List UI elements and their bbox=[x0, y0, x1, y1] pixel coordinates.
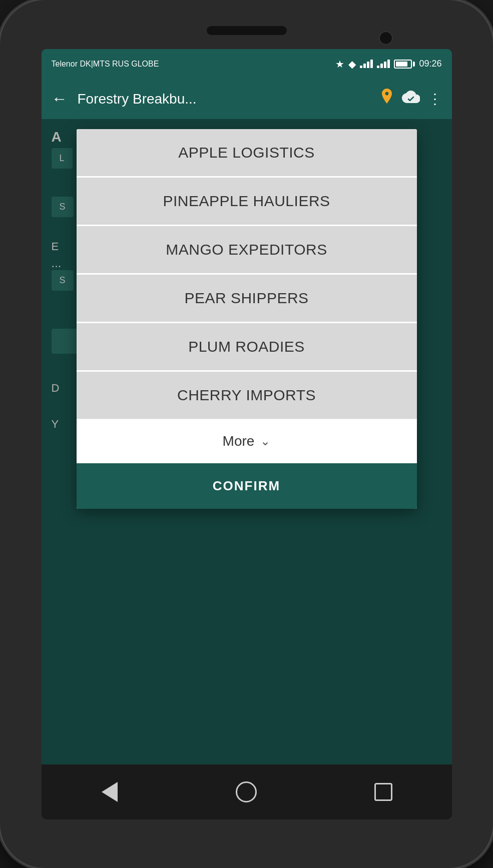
signal-icon-1 bbox=[360, 60, 373, 68]
back-triangle-icon bbox=[102, 782, 118, 802]
more-options-icon[interactable]: ⋮ bbox=[428, 91, 442, 107]
carrier-text: Telenor DK|MTS RUS GLOBE bbox=[52, 59, 159, 69]
navigation-bar bbox=[42, 764, 452, 819]
top-app-bar: ← Forestry Breakbu... ⋮ bbox=[42, 79, 452, 119]
bluetooth-icon: ★ bbox=[335, 58, 344, 70]
option-cherry-imports[interactable]: CHERRY IMPORTS bbox=[77, 372, 417, 419]
location-icon[interactable] bbox=[380, 89, 394, 109]
recents-square-icon bbox=[374, 783, 392, 801]
more-label: More bbox=[223, 433, 255, 449]
nav-recents-button[interactable] bbox=[363, 772, 403, 812]
option-apple-logistics[interactable]: APPLE LOGISTICS bbox=[77, 129, 417, 178]
phone-screen: Telenor DK|MTS RUS GLOBE ★ ◆ bbox=[42, 49, 452, 819]
selection-dialog: APPLE LOGISTICS PINEAPPLE HAULIERS MANGO… bbox=[77, 129, 417, 509]
option-plum-roadies[interactable]: PLUM ROADIES bbox=[77, 323, 417, 372]
cloud-sync-icon[interactable] bbox=[402, 90, 420, 108]
status-icons: ★ ◆ bbox=[335, 58, 441, 70]
phone-speaker bbox=[207, 26, 287, 35]
back-button[interactable]: ← bbox=[52, 90, 68, 108]
status-time: 09:26 bbox=[419, 59, 441, 69]
nav-home-button[interactable] bbox=[226, 772, 266, 812]
dialog-list: APPLE LOGISTICS PINEAPPLE HAULIERS MANGO… bbox=[77, 129, 417, 419]
wifi-icon: ◆ bbox=[348, 58, 356, 70]
more-button[interactable]: More ⌄ bbox=[77, 419, 417, 463]
status-bar: Telenor DK|MTS RUS GLOBE ★ ◆ bbox=[42, 49, 452, 79]
option-pear-shippers[interactable]: PEAR SHIPPERS bbox=[77, 275, 417, 323]
option-pineapple-hauliers[interactable]: PINEAPPLE HAULIERS bbox=[77, 178, 417, 226]
confirm-button[interactable]: CONFIRM bbox=[77, 463, 417, 509]
top-bar-actions: ⋮ bbox=[380, 89, 442, 109]
phone-camera bbox=[379, 31, 393, 45]
battery-icon bbox=[394, 60, 415, 69]
chevron-down-icon: ⌄ bbox=[260, 434, 270, 448]
home-circle-icon bbox=[236, 781, 257, 802]
dialog-overlay: APPLE LOGISTICS PINEAPPLE HAULIERS MANGO… bbox=[42, 119, 452, 819]
option-mango-expeditors[interactable]: MANGO EXPEDITORS bbox=[77, 226, 417, 275]
page-title: Forestry Breakbu... bbox=[78, 91, 370, 107]
phone-frame: Telenor DK|MTS RUS GLOBE ★ ◆ bbox=[0, 0, 493, 868]
nav-back-button[interactable] bbox=[90, 772, 130, 812]
signal-icon-2 bbox=[377, 60, 390, 68]
